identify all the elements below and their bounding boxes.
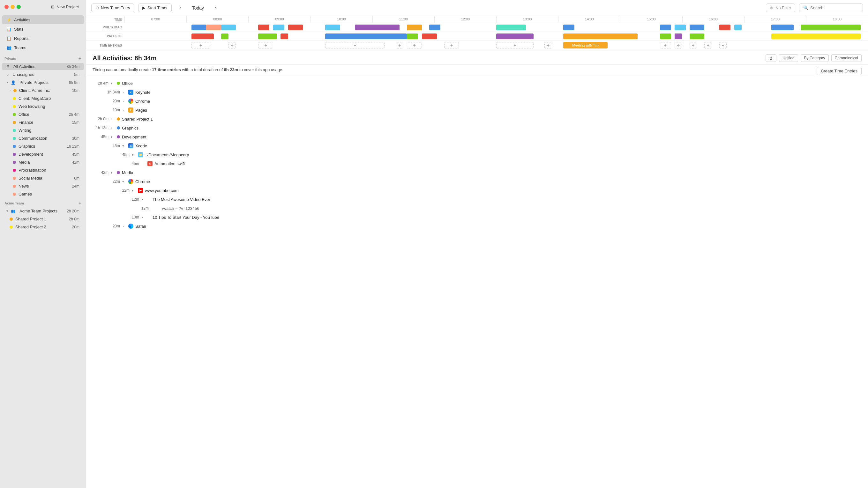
proj-bar-8[interactable] [496, 33, 533, 39]
bar-chrome-last[interactable] [771, 25, 794, 30]
te-12[interactable]: + [690, 42, 697, 48]
te-10[interactable]: + [660, 42, 671, 48]
sidebar-item-shared-project-2[interactable]: Shared Project 2 20m [2, 223, 84, 231]
sidebar-item-graphics[interactable]: Graphics 1h 13m [2, 142, 84, 150]
te-meeting[interactable]: Meeting with Tim [563, 42, 608, 48]
close-button[interactable] [4, 5, 9, 9]
bar-keynote-1[interactable] [258, 25, 269, 30]
sidebar-item-social-media[interactable]: Social Media 6m [2, 174, 84, 182]
create-time-entries-button[interactable]: Create Time Entries [817, 67, 862, 75]
sidebar-item-shared-project-1[interactable]: Shared Project 1 2h 0m [2, 215, 84, 223]
te-3[interactable]: + [258, 42, 273, 48]
list-item-chrome-media[interactable]: 22m ▾ Chrome [86, 177, 868, 186]
sidebar-item-games[interactable]: Games [2, 190, 84, 198]
proj-bar-6[interactable] [407, 33, 418, 39]
sidebar-item-private-projects[interactable]: ▾ 👤 Private Projects 6h 9m [2, 79, 84, 86]
next-day-button[interactable]: › [211, 3, 220, 12]
chronological-view-button[interactable]: Chronological [831, 54, 862, 62]
project-content[interactable] [124, 33, 868, 40]
bar-green-last[interactable] [801, 25, 860, 30]
list-item-pages[interactable]: 10m › P Pages [86, 105, 868, 115]
sidebar-item-client-acme[interactable]: › Client: Acme Inc. 10m [2, 87, 84, 94]
bar-app1[interactable] [221, 25, 236, 30]
proj-bar-12[interactable] [690, 33, 705, 39]
bar-chrome-5[interactable] [690, 25, 705, 30]
sidebar-item-megacorp[interactable]: Client: MegaCorp [2, 95, 84, 102]
list-item-media[interactable]: 42m ▾ Media [86, 168, 868, 177]
te-2[interactable]: + [228, 42, 236, 48]
sidebar-item-news[interactable]: News 24m [2, 183, 84, 190]
te-13[interactable]: + [704, 42, 712, 48]
sidebar-item-web-browsing[interactable]: Web Browsing [2, 103, 84, 110]
search-input[interactable] [810, 5, 855, 10]
te-6[interactable]: + [407, 42, 422, 48]
list-item-chrome-office[interactable]: 20m › Chrome [86, 97, 868, 105]
sidebar-item-all-activities[interactable]: ⊞ All Activities 8h 34m [2, 63, 84, 70]
sidebar-item-finance[interactable]: Finance 15m [2, 119, 84, 126]
filter-button[interactable]: ⊜ No Filter [766, 3, 795, 12]
new-project-button[interactable]: ⊞ New Project [49, 3, 82, 10]
sidebar-item-media[interactable]: Media 42m [2, 159, 84, 166]
bar-app3[interactable] [325, 25, 340, 30]
list-item-youtube-domain[interactable]: 22m ▾ ▶ www.youtube.com [86, 186, 868, 195]
bar-app5[interactable] [496, 25, 526, 30]
sidebar-item-office[interactable]: Office 2h 4m [2, 111, 84, 118]
bar-finder[interactable] [206, 25, 221, 30]
list-item-development[interactable]: 45m ▾ Development [86, 132, 868, 141]
list-item-graphics[interactable]: 1h 13m › Graphics [86, 124, 868, 132]
sidebar-item-acme-team-projects[interactable]: ▾ 👥 Acme Team Projects 2h 20m [2, 207, 84, 215]
bar-keynote-2[interactable] [288, 25, 303, 30]
proj-bar-13[interactable] [771, 33, 861, 39]
sidebar-item-activities[interactable]: ⚡ Activities [2, 15, 84, 24]
list-item-awesome-video[interactable]: 12m ▾ The Most Awesome Video Ever [86, 195, 868, 204]
proj-bar-4[interactable] [280, 33, 288, 39]
bar-sketch[interactable] [407, 25, 422, 30]
te-7[interactable]: + [444, 42, 459, 48]
maximize-button[interactable] [17, 5, 21, 9]
proj-bar-3[interactable] [258, 33, 277, 39]
proj-bar-10[interactable] [660, 33, 671, 39]
te-1[interactable]: + [191, 42, 210, 48]
proj-bar-9[interactable] [563, 33, 638, 39]
bar-app2[interactable] [273, 25, 284, 30]
proj-bar-5[interactable] [325, 33, 407, 39]
sidebar-item-teams[interactable]: 👥 Teams [2, 43, 84, 52]
new-time-entry-button[interactable]: ⊕ New Time Entry [91, 3, 134, 12]
phils-imac-content[interactable] [124, 24, 868, 31]
te-8[interactable]: + [496, 42, 533, 48]
proj-bar-1[interactable] [191, 33, 214, 39]
unified-view-button[interactable]: Unified [779, 54, 798, 62]
sidebar-item-procrastination[interactable]: Procrastination [2, 166, 84, 174]
te-11[interactable]: + [675, 42, 682, 48]
search-box[interactable]: 🔍 [799, 3, 863, 12]
bar-chrome-2[interactable] [429, 25, 440, 30]
list-item-safari[interactable]: 20m › Safari [86, 222, 868, 231]
proj-bar-2[interactable] [221, 33, 228, 39]
bar-app7[interactable] [719, 25, 731, 30]
te-9[interactable]: + [545, 42, 552, 48]
bar-chrome-1[interactable] [191, 25, 207, 30]
list-item-xcode[interactable]: 45m ▾ X Xcode [86, 141, 868, 150]
te-14[interactable]: + [719, 42, 726, 48]
list-item-automation-swift[interactable]: 45m S Automation.swift [86, 159, 868, 168]
list-item-shared-project-1[interactable]: 2h 0m › Shared Project 1 [86, 115, 868, 124]
te-4[interactable]: + [325, 42, 384, 48]
time-entries-content[interactable]: + + + + + + + + + Meeting with Tim + + +… [124, 41, 868, 50]
proj-bar-11[interactable] [675, 33, 682, 39]
list-item-office[interactable]: 2h 4m ▾ Office [86, 79, 868, 88]
print-button[interactable]: 🖨 [766, 54, 776, 62]
sidebar-item-development[interactable]: Development 45m [2, 151, 84, 158]
sidebar-item-writing[interactable]: Writing [2, 127, 84, 134]
acme-team-section-add[interactable]: + [79, 201, 82, 206]
minimize-button[interactable] [10, 5, 15, 9]
sidebar-item-communication[interactable]: Communication 30m [2, 135, 84, 142]
prev-day-button[interactable]: ‹ [176, 3, 184, 12]
list-item-10-tips[interactable]: 10m › 10 Tips To Start Your Day - YouTub… [86, 213, 868, 222]
list-item-watch-url[interactable]: 12m /watch – ?v=123456 [86, 204, 868, 213]
bar-chrome-4[interactable] [660, 25, 671, 30]
bar-app8[interactable] [734, 25, 742, 30]
sidebar-item-reports[interactable]: 📋 Reports [2, 34, 84, 43]
by-category-view-button[interactable]: By Category [801, 54, 829, 62]
start-timer-button[interactable]: ▶ Start Timer [138, 3, 172, 12]
list-item-keynote[interactable]: 1h 34m › K Keynote [86, 88, 868, 97]
